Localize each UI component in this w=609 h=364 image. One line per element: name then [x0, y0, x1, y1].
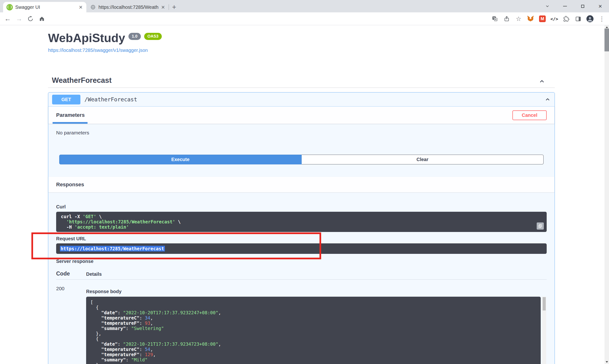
- metamask-extension-icon[interactable]: [525, 13, 536, 24]
- avatar-image: [586, 15, 594, 22]
- tab-title: Swagger UI: [15, 4, 76, 10]
- responses-title: Responses: [56, 182, 84, 188]
- request-url-value: https://localhost:7285/WeatherForecast: [60, 246, 165, 251]
- table-divider: [56, 279, 547, 280]
- parameters-header: Parameters Cancel: [48, 107, 555, 124]
- execute-row: Execute Clear: [59, 155, 544, 164]
- response-body-block: [ { "date": "2022-10-20T17:17:37.9232247…: [86, 297, 541, 364]
- new-tab-button[interactable]: +: [169, 2, 179, 12]
- swagger-ui: WebApiStudy 1.0 OAS3 https://localhost:7…: [48, 25, 555, 364]
- cancel-button[interactable]: Cancel: [512, 110, 547, 120]
- tab-search-chevron-icon[interactable]: [539, 0, 556, 12]
- response-body-scrollbar-thumb[interactable]: [543, 297, 546, 311]
- response-details: Response body [ { "date": "2022-10-20T17…: [86, 286, 547, 364]
- curl-label: Curl: [56, 204, 547, 210]
- details-column-header: Details: [86, 272, 102, 277]
- browser-menu-kebab-icon[interactable]: ⋮: [597, 13, 607, 24]
- response-body-label: Response body: [86, 289, 547, 294]
- share-icon[interactable]: [502, 13, 512, 24]
- minimize-button[interactable]: [556, 0, 574, 12]
- reload-button[interactable]: [25, 13, 36, 24]
- browser-tab-bar: { } Swagger UI × https://localhost:7285/…: [0, 0, 609, 12]
- browser-toolbar: ← → localhost:7285/swagger/index.html ☆: [0, 12, 609, 25]
- forward-button[interactable]: →: [13, 13, 25, 24]
- curl-command-code: curl -X 'GET' \ 'https://localhost:7285/…: [61, 214, 542, 230]
- swagger-json-link[interactable]: https://localhost:7285/swagger/v1/swagge…: [48, 48, 148, 53]
- responses-body: Curl curl -X 'GET' \ 'https://localhost:…: [48, 204, 555, 364]
- http-method-badge: GET: [52, 95, 80, 104]
- collapse-operation-chevron-icon[interactable]: [544, 96, 551, 103]
- bookmark-star-icon[interactable]: ☆: [513, 13, 524, 24]
- tag-section-header[interactable]: WeatherForecast: [48, 76, 555, 88]
- globe-favicon-icon: [90, 4, 96, 11]
- translate-icon[interactable]: [490, 13, 500, 24]
- server-response-label: Server response: [56, 259, 547, 264]
- browser-window: { } Swagger UI × https://localhost:7285/…: [0, 0, 609, 364]
- request-url-block: https://localhost:7285/WeatherForecast: [56, 243, 547, 254]
- page-title: WebApiStudy: [48, 31, 125, 45]
- oas3-badge: OAS3: [144, 33, 162, 40]
- code-column-header: Code: [56, 271, 86, 277]
- nav-buttons: ← →: [2, 13, 48, 24]
- version-badge: 1.0: [129, 33, 141, 40]
- operation-path: /WeatherForecast: [84, 96, 137, 103]
- maximize-button[interactable]: [574, 0, 591, 12]
- mail-extension-glyph: M: [539, 15, 546, 22]
- profile-avatar[interactable]: [585, 13, 595, 24]
- page-scrollbar[interactable]: [605, 25, 609, 364]
- code-glyph: </>: [550, 16, 558, 21]
- responses-header: Responses: [48, 177, 555, 192]
- response-body-scrollbar[interactable]: [542, 297, 546, 364]
- extensions-puzzle-icon[interactable]: [561, 13, 571, 24]
- response-row: 200 Response body [ { "date": "2022-10-2…: [56, 286, 547, 364]
- tag-title: WeatherForecast: [52, 76, 112, 85]
- response-body-wrap: [ { "date": "2022-10-20T17:17:37.9232247…: [86, 297, 547, 364]
- tab-swagger-ui[interactable]: { } Swagger UI ×: [3, 2, 86, 12]
- maximize-icon: [581, 5, 584, 8]
- api-info-header: WebApiStudy 1.0 OAS3: [48, 25, 555, 45]
- response-table-header: Code Details: [56, 271, 547, 277]
- tab-title: https://localhost:7285/Weathe: [99, 4, 158, 10]
- swagger-favicon-icon: { }: [6, 4, 13, 11]
- parameters-tab-label: Parameters: [56, 112, 85, 118]
- toolbar-right-icons: ☆ M </> ⋮: [490, 13, 607, 24]
- page-content: WebApiStudy 1.0 OAS3 https://localhost:7…: [0, 25, 605, 364]
- swagger-favicon-glyph: { }: [7, 5, 12, 9]
- tab-parameters[interactable]: Parameters: [56, 107, 85, 124]
- execute-button[interactable]: Execute: [59, 155, 302, 164]
- side-panel-icon[interactable]: [573, 13, 583, 24]
- get-operation-block: GET /WeatherForecast Parameters Cancel N…: [48, 92, 555, 364]
- close-window-button[interactable]: ×: [591, 0, 609, 12]
- clear-button[interactable]: Clear: [302, 155, 544, 164]
- mail-extension-icon[interactable]: M: [537, 13, 548, 24]
- close-tab-icon[interactable]: ×: [78, 4, 83, 10]
- window-controls: ×: [539, 0, 609, 12]
- copy-to-clipboard-button[interactable]: [537, 222, 544, 230]
- tab-weatherforecast[interactable]: https://localhost:7285/Weathe ×: [86, 2, 169, 12]
- operation-summary[interactable]: GET /WeatherForecast: [48, 92, 555, 107]
- scrollbar-down-arrow[interactable]: [605, 360, 609, 364]
- home-button[interactable]: [36, 13, 48, 24]
- devtools-extension-icon[interactable]: </>: [549, 13, 559, 24]
- request-url-label: Request URL: [56, 236, 547, 241]
- status-code: 200: [56, 286, 86, 364]
- back-button[interactable]: ←: [2, 13, 13, 24]
- response-body-code: [ { "date": "2022-10-20T17:17:37.9232247…: [91, 299, 536, 364]
- curl-command-block: curl -X 'GET' \ 'https://localhost:7285/…: [56, 212, 547, 232]
- collapse-section-chevron-icon[interactable]: [539, 78, 545, 85]
- scrollbar-thumb[interactable]: [605, 28, 609, 52]
- no-parameters-text: No parameters: [48, 124, 555, 136]
- close-tab-icon[interactable]: ×: [161, 4, 165, 10]
- minimize-icon: [563, 6, 567, 6]
